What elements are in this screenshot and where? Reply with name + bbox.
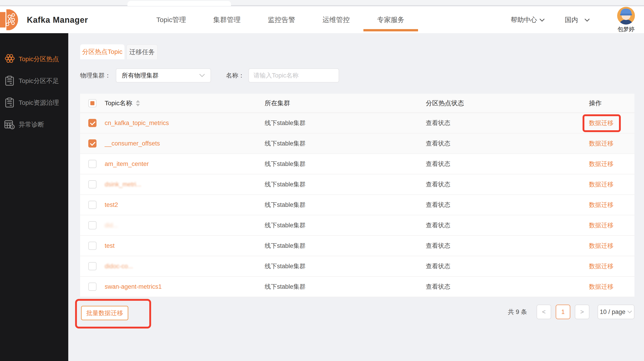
cluster-cell: 线下stable集群	[265, 201, 426, 209]
prev-page-button[interactable]: <	[536, 305, 551, 319]
cluster-cell: 线下stable集群	[265, 119, 426, 127]
row-checkbox[interactable]	[88, 160, 96, 168]
migrate-link[interactable]: 数据迁移	[589, 160, 614, 167]
table-footer: 批量数据迁移 共 9 条 < 1 > 10 / page	[80, 299, 634, 329]
sort-toggle[interactable]	[136, 100, 140, 106]
status-link[interactable]: 查看状态	[426, 181, 450, 188]
row-checkbox[interactable]	[88, 201, 96, 209]
row-checkbox[interactable]	[88, 283, 96, 291]
table-row: swan-agent-metrics1 线下stable集群 查看状态 数据迁移	[80, 277, 634, 297]
sidebar-item-topic-partition-hotspot[interactable]: Topic分区热点	[0, 48, 68, 70]
migrate-link[interactable]: 数据迁移	[589, 140, 614, 147]
table-header-row: Topic名称 所在集群 分区热点状态 操作	[80, 94, 634, 113]
tab-migration-tasks[interactable]: 迁移任务	[126, 44, 158, 59]
migrate-link[interactable]: 数据迁移	[589, 242, 614, 249]
sidebar-item-label: Topic分区不足	[19, 77, 59, 85]
topic-search-input[interactable]	[254, 72, 334, 79]
table-row: am_item_center 线下stable集群 查看状态 数据迁移	[80, 154, 634, 174]
table-row: __consumer_offsets 线下stable集群 查看状态 数据迁移	[80, 133, 634, 154]
row-checkbox[interactable]	[88, 242, 96, 250]
clipboard-icon	[4, 76, 16, 86]
clipboard-icon	[4, 97, 16, 108]
topic-table: Topic名称 所在集群 分区热点状态 操作 cn_kafka_topic_me…	[80, 94, 634, 297]
migrate-link[interactable]: 数据迁移	[589, 201, 614, 208]
sidebar-item-topic-partition-insufficient[interactable]: Topic分区不足	[0, 70, 68, 92]
browser-tab-remnant	[128, 1, 231, 6]
column-cluster: 所在集群	[265, 99, 426, 107]
cluster-cell: 线下stable集群	[265, 283, 426, 291]
topic-link[interactable]: did...	[105, 222, 118, 229]
topic-link[interactable]: am_item_center	[105, 160, 149, 167]
row-checkbox[interactable]	[88, 221, 96, 229]
row-checkbox[interactable]	[88, 180, 96, 188]
next-page-button[interactable]: >	[575, 305, 590, 319]
chevron-down-icon	[627, 310, 632, 314]
table-row: cn_kafka_topic_metrics 线下stable集群 查看状态 数…	[80, 113, 634, 133]
migrate-link[interactable]: 数据迁移	[589, 181, 614, 188]
status-link[interactable]: 查看状态	[426, 222, 450, 229]
name-label: 名称：	[226, 71, 244, 79]
sidebar-item-label: Topic分区热点	[19, 55, 59, 63]
migrate-link[interactable]: 数据迁移	[589, 120, 614, 126]
pagination: 共 9 条 < 1 > 10 / page	[508, 305, 634, 319]
table-row: test 线下stable集群 查看状态 数据迁移	[80, 236, 634, 256]
svg-text:$: $	[12, 125, 13, 129]
migrate-link[interactable]: 数据迁移	[589, 283, 614, 290]
sidebar-item-anomaly-diagnosis[interactable]: $ 异常诊断	[0, 114, 68, 135]
help-center-dropdown[interactable]: 帮助中心	[511, 15, 545, 24]
avatar[interactable]	[617, 7, 635, 24]
user-menu[interactable]: 包梦婷	[617, 7, 635, 33]
annotation-migrate-red-box: 数据迁移	[589, 119, 614, 127]
page-1-button[interactable]: 1	[556, 305, 570, 319]
topic-link[interactable]: test	[105, 242, 115, 249]
batch-data-migrate-button[interactable]: 批量数据迁移	[81, 306, 128, 320]
nav-monitoring-alerts[interactable]: 监控告警	[254, 6, 309, 33]
topic-link[interactable]: __consumer_offsets	[105, 140, 160, 147]
migrate-link[interactable]: 数据迁移	[589, 222, 614, 229]
status-link[interactable]: 查看状态	[426, 263, 450, 270]
nav-topic-management[interactable]: Topic管理	[143, 6, 200, 33]
topic-search-box	[248, 68, 339, 82]
sidebar-item-label: Topic资源治理	[19, 98, 59, 107]
sort-desc-icon[interactable]	[136, 104, 140, 106]
top-nav: Topic管理 集群管理 监控告警 运维管控 专家服务	[143, 6, 418, 33]
nav-expert-service[interactable]: 专家服务	[364, 6, 418, 33]
topic-link[interactable]: test2	[105, 201, 118, 208]
region-dropdown[interactable]: 国内	[565, 15, 590, 24]
status-link[interactable]: 查看状态	[426, 283, 450, 290]
sidebar: Topic分区热点 Topic分区不足 Topic资源治理	[0, 33, 68, 361]
table-row: test2 线下stable集群 查看状态 数据迁移	[80, 195, 634, 215]
content-tabs: 分区热点Topic 迁移任务	[80, 44, 634, 59]
status-link[interactable]: 查看状态	[426, 242, 450, 249]
status-link[interactable]: 查看状态	[426, 120, 450, 126]
tab-partition-hotspot-topic[interactable]: 分区热点Topic	[80, 44, 124, 59]
chevron-down-icon	[199, 74, 205, 77]
status-link[interactable]: 查看状态	[426, 201, 450, 208]
row-checkbox[interactable]	[88, 119, 96, 127]
header-right: 帮助中心 国内 包梦婷	[511, 7, 635, 33]
topic-link[interactable]: swan-agent-metrics1	[105, 283, 162, 290]
topic-link[interactable]: didoc-co...	[105, 263, 133, 270]
status-link[interactable]: 查看状态	[426, 160, 450, 167]
page-size-value: 10 / page	[600, 309, 626, 316]
sidebar-item-topic-resource-governance[interactable]: Topic资源治理	[0, 92, 68, 114]
physical-cluster-label: 物理集群：	[80, 71, 111, 79]
physical-cluster-select[interactable]: 所有物理集群	[116, 68, 211, 82]
browser-strip	[0, 0, 644, 6]
topic-link[interactable]: dsink_metri...	[105, 181, 141, 188]
nav-cluster-management[interactable]: 集群管理	[200, 6, 254, 33]
migrate-link[interactable]: 数据迁移	[589, 263, 614, 270]
page-size-select[interactable]: 10 / page	[598, 305, 634, 319]
sidebar-item-label: 异常诊断	[19, 120, 44, 129]
row-checkbox[interactable]	[88, 139, 96, 148]
diagnosis-grid-icon: $	[4, 120, 16, 129]
cluster-cell: 线下stable集群	[265, 160, 426, 168]
app-logo-icon	[0, 6, 23, 33]
row-checkbox[interactable]	[88, 262, 96, 270]
nav-ops-control[interactable]: 运维管控	[309, 6, 364, 33]
select-all-checkbox[interactable]	[88, 99, 96, 107]
topic-link[interactable]: cn_kafka_topic_metrics	[105, 120, 169, 126]
status-link[interactable]: 查看状态	[426, 140, 450, 147]
chevron-down-icon	[539, 18, 545, 21]
sort-asc-icon[interactable]	[136, 100, 140, 102]
